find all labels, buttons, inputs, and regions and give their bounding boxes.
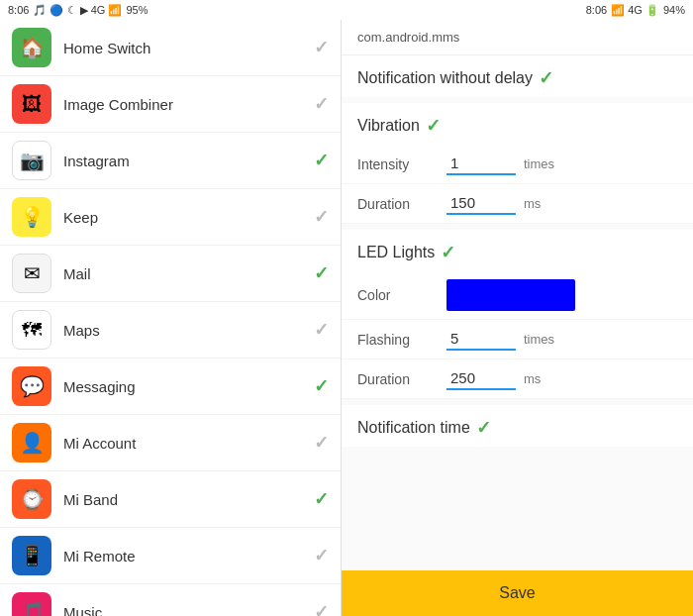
app-icon-keep: 💡 <box>12 197 51 237</box>
flashing-input[interactable] <box>446 328 516 351</box>
app-item-mail[interactable]: ✉Mail✓ <box>0 246 341 302</box>
led-lights-label: LED Lights <box>357 244 435 261</box>
led-duration-label: Duration <box>357 371 446 387</box>
icons-right: 📶 4G 🔋 <box>611 4 659 17</box>
notification-time-label: Notification time <box>357 419 470 437</box>
vibration-intensity-row: Intensity times <box>342 145 693 184</box>
app-check-miaccount: ✓ <box>314 432 329 454</box>
color-swatch[interactable] <box>446 279 575 311</box>
notification-delay-title[interactable]: Notification without delay ✓ <box>342 55 693 97</box>
icons-left: 🎵 🔵 ☾ ▶ 4G 📶 <box>33 4 122 17</box>
app-check-maps: ✓ <box>314 319 329 341</box>
status-right: 8:06 📶 4G 🔋 94% <box>586 4 685 17</box>
flashing-unit: times <box>524 332 554 347</box>
notification-delay-check: ✓ <box>539 67 553 89</box>
app-item-imagecombiner[interactable]: 🖼Image Combiner✓ <box>0 76 341 133</box>
app-item-music[interactable]: 🎵Music✓ <box>0 584 341 616</box>
notification-time-section: Notification time ✓ <box>342 405 693 447</box>
notification-time-title[interactable]: Notification time ✓ <box>342 405 693 447</box>
app-item-maps[interactable]: 🗺Maps✓ <box>0 302 341 359</box>
app-icon-miremote: 📱 <box>12 536 51 575</box>
vibration-duration-input[interactable] <box>446 192 516 215</box>
package-name: com.android.mms <box>357 30 459 45</box>
intensity-label: Intensity <box>357 156 446 172</box>
app-check-keep: ✓ <box>314 206 329 228</box>
main-container: 🏠Home Switch✓🖼Image Combiner✓📷Instagram✓… <box>0 20 693 616</box>
settings-panel: com.android.mms Notification without del… <box>342 20 693 616</box>
app-icon-homeswitch: 🏠 <box>12 28 51 67</box>
flashing-label: Flashing <box>357 332 446 348</box>
led-duration-input[interactable] <box>446 367 516 390</box>
notification-delay-section: Notification without delay ✓ <box>342 55 693 97</box>
app-name-miremote: Mi Remote <box>63 548 314 565</box>
app-check-miremote: ✓ <box>314 545 329 566</box>
app-list: 🏠Home Switch✓🖼Image Combiner✓📷Instagram✓… <box>0 20 342 616</box>
notification-time-check: ✓ <box>476 417 491 439</box>
battery-right: 94% <box>663 4 685 16</box>
app-check-homeswitch: ✓ <box>314 37 329 58</box>
led-flashing-row: Flashing times <box>342 320 693 359</box>
app-icon-mail: ✉ <box>12 254 51 293</box>
time-right: 8:06 <box>586 4 607 16</box>
app-icon-imagecombiner: 🖼 <box>12 84 51 124</box>
led-color-row: Color <box>342 271 693 320</box>
intensity-input[interactable] <box>446 153 516 175</box>
app-name-miaccount: Mi Account <box>63 435 314 452</box>
app-icon-miaccount: 👤 <box>12 423 51 462</box>
battery-left: 95% <box>126 4 148 16</box>
intensity-unit: times <box>524 156 554 171</box>
app-item-homeswitch[interactable]: 🏠Home Switch✓ <box>0 20 341 76</box>
app-name-instagram: Instagram <box>63 153 314 169</box>
app-icon-instagram: 📷 <box>12 141 51 180</box>
notification-delay-label: Notification without delay <box>357 69 533 87</box>
app-check-messaging: ✓ <box>314 375 329 397</box>
save-button[interactable]: Save <box>342 570 693 616</box>
led-lights-title[interactable]: LED Lights ✓ <box>342 230 693 271</box>
spacer <box>342 453 693 570</box>
app-name-imagecombiner: Image Combiner <box>63 96 314 113</box>
vibration-duration-label: Duration <box>357 196 446 212</box>
app-icon-miband: ⌚ <box>12 479 51 519</box>
settings-scroll: com.android.mms Notification without del… <box>342 20 693 616</box>
app-icon-music: 🎵 <box>12 592 51 616</box>
vibration-section: Vibration ✓ Intensity times Duration ms <box>342 103 693 224</box>
app-name-maps: Maps <box>63 322 314 339</box>
app-check-music: ✓ <box>314 601 329 616</box>
app-check-mail: ✓ <box>314 262 329 284</box>
package-name-header: com.android.mms <box>342 20 693 55</box>
vibration-title[interactable]: Vibration ✓ <box>342 103 693 145</box>
app-item-miband[interactable]: ⌚Mi Band✓ <box>0 471 341 528</box>
status-left: 8:06 🎵 🔵 ☾ ▶ 4G 📶 95% <box>8 4 148 17</box>
vibration-check: ✓ <box>426 115 441 137</box>
app-name-keep: Keep <box>63 209 314 226</box>
color-label: Color <box>357 287 446 303</box>
led-duration-unit: ms <box>524 371 541 386</box>
app-item-miremote[interactable]: 📱Mi Remote✓ <box>0 528 341 584</box>
app-item-keep[interactable]: 💡Keep✓ <box>0 189 341 246</box>
app-name-mail: Mail <box>63 265 314 282</box>
led-duration-row: Duration ms <box>342 359 693 399</box>
app-name-music: Music <box>63 604 314 617</box>
app-icon-messaging: 💬 <box>12 366 51 406</box>
app-name-miband: Mi Band <box>63 491 314 508</box>
vibration-label: Vibration <box>357 117 420 135</box>
vibration-duration-unit: ms <box>524 196 541 211</box>
app-check-imagecombiner: ✓ <box>314 93 329 115</box>
led-lights-section: LED Lights ✓ Color Flashing times Durati… <box>342 230 693 399</box>
app-name-messaging: Messaging <box>63 378 314 395</box>
app-icon-maps: 🗺 <box>12 310 51 350</box>
time-left: 8:06 <box>8 4 29 16</box>
app-item-miaccount[interactable]: 👤Mi Account✓ <box>0 415 341 471</box>
app-name-homeswitch: Home Switch <box>63 40 314 56</box>
app-check-instagram: ✓ <box>314 150 329 171</box>
app-item-messaging[interactable]: 💬Messaging✓ <box>0 359 341 415</box>
led-lights-check: ✓ <box>441 242 455 263</box>
vibration-duration-row: Duration ms <box>342 184 693 224</box>
save-label: Save <box>499 584 535 601</box>
status-bar: 8:06 🎵 🔵 ☾ ▶ 4G 📶 95% 8:06 📶 4G 🔋 94% <box>0 0 693 20</box>
app-item-instagram[interactable]: 📷Instagram✓ <box>0 133 341 189</box>
app-check-miband: ✓ <box>314 488 329 510</box>
